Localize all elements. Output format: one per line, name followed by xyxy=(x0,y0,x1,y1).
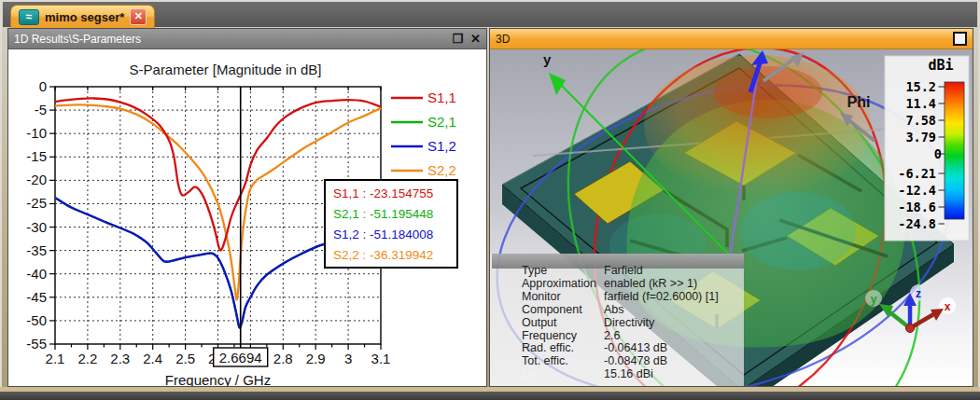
svg-text:-20: -20 xyxy=(26,172,47,187)
svg-text:-45: -45 xyxy=(26,289,47,305)
legend-label-S2,2: S2,2 xyxy=(427,162,456,178)
tab-close-icon[interactable]: ✕ xyxy=(130,8,147,25)
window-bottom-edge xyxy=(0,392,980,400)
svg-text:-5: -5 xyxy=(35,102,47,117)
farfield-info-overlay: TypeFarfieldApproximationenabled (kR >> … xyxy=(490,254,744,386)
svg-text:2.5: 2.5 xyxy=(175,351,195,366)
svg-text:-15: -15 xyxy=(26,148,47,164)
document-tab[interactable]: ≈ mimo segser* ✕ xyxy=(10,5,155,28)
marker-readout-S1,1: S1,1 : -23.154755 xyxy=(333,184,456,204)
legend-label-S1,1: S1,1 xyxy=(427,90,456,105)
svg-text:-50: -50 xyxy=(26,312,47,328)
project-waves-icon: ≈ xyxy=(19,9,39,25)
view-3d-title: 3D xyxy=(496,33,945,46)
marker-readout-box: S1,1 : -23.154755S2,1 : -51.195448S1,2 :… xyxy=(324,179,458,269)
close-icon[interactable]: ✕ xyxy=(470,33,481,45)
info-value: 15.16 dBi xyxy=(604,367,653,380)
svg-text:-25: -25 xyxy=(26,195,47,211)
info-value: -0.08478 dB xyxy=(604,354,667,367)
tab-bar: ≈ mimo segser* ✕ xyxy=(3,2,977,27)
results-1d-titlebar: 1D Results\S-Parameters ❒ ✕ xyxy=(8,29,486,49)
info-label: Type xyxy=(522,264,547,277)
info-value: Abs xyxy=(604,303,624,316)
info-value: farfield (f=02.6000) [1] xyxy=(604,290,719,303)
svg-text:2.9: 2.9 xyxy=(306,351,326,366)
info-value: 2.6 xyxy=(604,329,620,342)
colorbar-tick: -12.4 xyxy=(898,183,936,198)
info-value: Farfield xyxy=(604,264,643,277)
svg-text:-30: -30 xyxy=(26,219,47,235)
svg-text:2.3: 2.3 xyxy=(110,351,130,366)
triad-z-label: z xyxy=(916,287,921,300)
marker-readout-S1,2: S1,2 : -51.184008 xyxy=(333,225,456,245)
triad-y-label: y xyxy=(871,293,877,306)
info-label: Tot. effic. xyxy=(522,354,568,367)
marker-readout-S2,1: S2,1 : -51.195448 xyxy=(333,204,456,225)
phi-label: Phi xyxy=(847,94,871,110)
tab-title: mimo segser* xyxy=(45,10,124,24)
colorbar-tick: 3.79 xyxy=(905,130,936,145)
triad-x-label: x xyxy=(945,300,951,313)
info-label: Rad. effic. xyxy=(522,341,574,354)
svg-text:0: 0 xyxy=(39,78,47,94)
svg-text:-10: -10 xyxy=(26,125,47,141)
application-window: ≈ mimo segser* ✕ 1D Results\S-Parameters… xyxy=(0,0,980,400)
colorbar-tick: 11.4 xyxy=(905,96,936,111)
colorbar-tick: 15.2 xyxy=(905,79,936,94)
info-label: Dir. xyxy=(522,367,539,380)
scene-3d: y Phi dBi 15.211.47.583.790-6.21 xyxy=(490,49,973,386)
svg-text:-35: -35 xyxy=(26,242,47,258)
legend-label-S2,1: S2,1 xyxy=(427,114,456,130)
svg-text:3: 3 xyxy=(344,351,352,366)
colorbar-tick: -24.8 xyxy=(898,216,936,231)
marker-readout-S2,2: S2,2 : -36.319942 xyxy=(333,245,456,266)
triad-origin xyxy=(906,324,915,333)
info-label: Approximation xyxy=(522,277,596,290)
info-value: enabled (kR >> 1) xyxy=(604,277,697,290)
info-value: Directivity xyxy=(604,316,655,329)
colorbar-gradient xyxy=(945,82,964,219)
info-label: Monitor xyxy=(522,290,561,303)
info-label: Component xyxy=(522,303,582,316)
colorbar-tick: -18.6 xyxy=(898,200,936,214)
svg-text:2.2: 2.2 xyxy=(77,351,97,366)
sparameter-chart-area[interactable]: S-Parameter [Magnitude in dB]0-5-10-15-2… xyxy=(8,49,486,386)
svg-text:-55: -55 xyxy=(26,336,47,352)
svg-text:-40: -40 xyxy=(26,266,47,282)
svg-text:2.1: 2.1 xyxy=(46,351,65,366)
chart-title: S-Parameter [Magnitude in dB] xyxy=(130,62,322,77)
marker-frequency-value: 2.6694 xyxy=(219,350,262,366)
legend-label-S1,2: S1,2 xyxy=(427,138,456,154)
results-1d-panel: 1D Results\S-Parameters ❒ ✕ S-Parameter … xyxy=(7,28,487,387)
colorbar-tick: -6.21 xyxy=(898,166,936,181)
colorbar-title: dBi xyxy=(928,57,953,74)
results-1d-title: 1D Results\S-Parameters xyxy=(14,33,444,46)
legend: S1,1S2,1S1,2S2,2 xyxy=(391,90,456,178)
y-axis-label: y xyxy=(543,51,552,67)
info-value: -0.06413 dB xyxy=(604,341,667,354)
x-axis-title: Frequency / GHz xyxy=(165,372,271,386)
colorbar-tick: 7.58 xyxy=(905,113,936,128)
colorbar: dBi 15.211.47.583.790-6.21-12.4-18.6-24.… xyxy=(885,56,969,241)
svg-text:2.4: 2.4 xyxy=(143,351,162,366)
colorbar-tick: 0 xyxy=(934,146,942,161)
view-3d-titlebar: 3D xyxy=(490,29,973,49)
info-label: Frequency xyxy=(522,329,578,342)
maximize-icon[interactable]: ❒ xyxy=(452,33,463,45)
svg-text:2.8: 2.8 xyxy=(273,351,293,366)
svg-text:3.1: 3.1 xyxy=(371,351,391,366)
view-3d-panel: 3D xyxy=(489,28,973,387)
info-label: Output xyxy=(522,316,557,329)
maximize-icon[interactable] xyxy=(953,32,967,46)
viewport-3d[interactable]: y Phi dBi 15.211.47.583.790-6.21 xyxy=(490,49,973,386)
